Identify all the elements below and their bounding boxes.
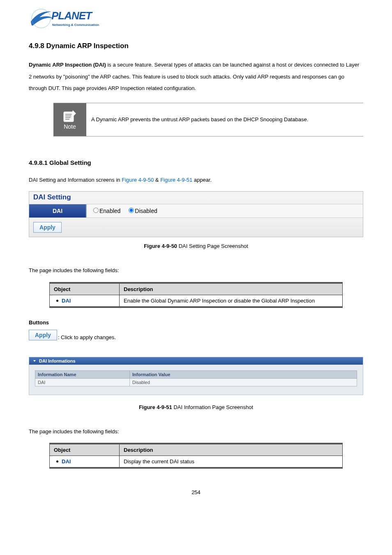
fields2-obj: DAI <box>62 458 71 465</box>
fields1-header-desc: Description <box>120 283 343 295</box>
figure-caption-50: Figure 4-9-50 DAI Setting Page Screensho… <box>29 243 363 249</box>
dai-info-title: DAI Informations <box>39 358 76 363</box>
bullet-icon <box>56 300 58 302</box>
caption1-bold: Figure 4-9-50 <box>144 243 177 249</box>
dai-row-content: Enabled Disabled <box>87 204 363 217</box>
fields2-desc: Display the current DAI status <box>120 456 343 468</box>
brand-tagline: Networking & Communication <box>52 23 99 27</box>
dai-enabled-option[interactable]: Enabled <box>93 208 120 214</box>
dai-info-table: Information Name Information Value DAI D… <box>35 370 357 386</box>
dai-setting-panel: DAI Setting DAI Enabled Disabled Apply <box>29 191 363 237</box>
brand-name: PLANET <box>51 9 92 22</box>
info-header-value: Information Value <box>130 370 357 378</box>
note-label: Note <box>64 123 76 130</box>
planet-swoosh-icon <box>29 8 53 29</box>
fields2-header-desc: Description <box>120 444 343 456</box>
buttons-desc-row: Apply : Click to apply changes. <box>29 330 363 340</box>
section-title: 4.9.8 Dynamic ARP Inspection <box>29 42 363 50</box>
lead-amp: & <box>154 177 160 183</box>
fields2-header-object: Object <box>50 444 120 456</box>
intro-paragraph: Dynamic ARP Inspection (DAI) is a secure… <box>29 59 363 95</box>
dai-enabled-label: Enabled <box>99 208 120 214</box>
lead-prefix: DAI Setting and Information screens in <box>29 177 122 183</box>
caption2-bold: Figure 4-9-51 <box>139 404 172 410</box>
fields1-row: DAI Enable the Global Dynamic ARP Inspec… <box>50 295 343 307</box>
intro-bold: Dynamic ARP Inspection (DAI) <box>29 62 106 68</box>
note-icon: Note <box>53 103 86 136</box>
dai-disabled-option[interactable]: Disabled <box>129 208 157 214</box>
fields2-row: DAI Display the current DAI status <box>50 456 343 468</box>
figure-caption-51: Figure 4-9-51 DAI Information Page Scree… <box>29 404 363 410</box>
subsection-title: 4.9.8.1 Global Setting <box>29 159 363 166</box>
dai-enabled-radio[interactable] <box>93 208 99 213</box>
dai-apply-row: Apply <box>29 218 363 237</box>
fields1-obj: DAI <box>62 298 71 304</box>
dai-disabled-label: Disabled <box>135 208 157 214</box>
brand-logo: PLANET Networking & Communication <box>29 8 111 30</box>
lead-suffix: appear. <box>192 177 212 183</box>
apply-desc: : Click to apply changes. <box>58 334 116 340</box>
dai-info-panel: DAI Informations Information Name Inform… <box>29 357 363 395</box>
note-text: A Dynamic ARP prevents the untrust ARP p… <box>86 109 313 130</box>
figure-link-51[interactable]: Figure 4-9-51 <box>160 177 192 183</box>
fields-intro-2: The page includes the following fields: <box>29 427 363 436</box>
fields-table-1: Object Description DAI Enable the Global… <box>49 282 343 308</box>
fields-intro-1: The page includes the following fields: <box>29 266 363 275</box>
fields-table-2: Object Description DAI Display the curre… <box>49 443 343 469</box>
apply-button[interactable]: Apply <box>33 222 62 233</box>
note-box: Note A Dynamic ARP prevents the untrust … <box>53 103 363 136</box>
dai-panel-title: DAI Setting <box>29 192 363 204</box>
info-row: DAI Disabled <box>35 378 357 386</box>
bullet-icon <box>56 460 58 462</box>
subsection-lead: DAI Setting and Information screens in F… <box>29 175 363 185</box>
info-header-name: Information Name <box>35 370 130 378</box>
info-row-value: Disabled <box>130 378 357 386</box>
dai-row-label: DAI <box>29 204 87 217</box>
info-row-name: DAI <box>35 378 130 386</box>
figure-link-50[interactable]: Figure 4-9-50 <box>122 177 154 183</box>
notepad-icon <box>62 109 78 123</box>
dai-info-inner: Information Name Information Value DAI D… <box>29 365 363 386</box>
fields1-desc: Enable the Global Dynamic ARP Inspection… <box>120 295 343 307</box>
dai-row: DAI Enabled Disabled <box>29 204 363 218</box>
buttons-heading: Buttons <box>29 319 363 326</box>
fields1-header-object: Object <box>50 283 120 295</box>
caption1-rest: DAI Setting Page Screenshot <box>177 243 248 249</box>
apply-button-sample[interactable]: Apply <box>29 330 57 340</box>
dai-disabled-radio[interactable] <box>129 208 134 213</box>
caption2-rest: DAI Information Page Screenshot <box>172 404 253 410</box>
page-number: 254 <box>29 489 363 495</box>
dai-info-header[interactable]: DAI Informations <box>29 357 363 365</box>
chevron-down-icon <box>32 359 37 363</box>
